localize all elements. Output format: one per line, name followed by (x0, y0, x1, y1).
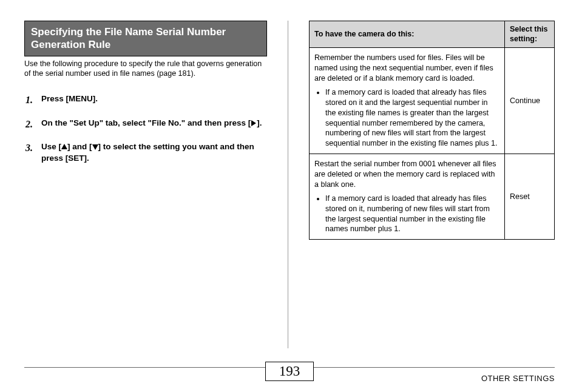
table-header-action: To have the camera do this: (310, 21, 505, 48)
step-3: 3. Use [] and [] to select the setting y… (25, 141, 267, 163)
right-triangle-icon (251, 120, 257, 126)
table-header-setting: Select this setting: (505, 21, 555, 48)
table-header-row: To have the camera do this: Select this … (310, 21, 555, 48)
svg-marker-1 (61, 144, 67, 149)
footer-section-label: OTHER SETTINGS (481, 374, 555, 383)
step-number: 1. (25, 93, 36, 107)
step-text-part: Use [ (41, 142, 61, 151)
cell-setting: Reset (505, 154, 555, 240)
footer-content: 193 OTHER SETTINGS (24, 370, 555, 381)
column-divider (288, 21, 288, 348)
page-number: 193 (265, 362, 314, 381)
cell-para: Restart the serial number from 0001 when… (314, 160, 496, 189)
step-text: Use [] and [] to select the setting you … (41, 141, 267, 163)
step-text: Press [MENU]. (41, 93, 98, 107)
left-column: Specifying the File Name Serial Number G… (24, 21, 267, 348)
content-columns: Specifying the File Name Serial Number G… (24, 21, 555, 348)
step-1: 1. Press [MENU]. (25, 93, 267, 107)
cell-setting: Continue (505, 48, 555, 154)
step-text: On the "Set Up" tab, select "File No." a… (41, 118, 262, 131)
right-column: To have the camera do this: Select this … (309, 21, 555, 348)
cell-bullet-list: If a memory card is loaded that already … (314, 87, 499, 149)
step-number: 2. (25, 118, 36, 131)
table-row: Restart the serial number from 0001 when… (310, 154, 555, 240)
steps-list: 1. Press [MENU]. 2. On the "Set Up" tab,… (24, 93, 267, 164)
cell-bullet-list: If a memory card is loaded that already … (314, 194, 499, 235)
down-triangle-icon (92, 144, 98, 150)
svg-marker-0 (251, 120, 256, 126)
section-heading: Specifying the File Name Serial Number G… (24, 21, 267, 56)
intro-text: Use the following procedure to specify t… (24, 59, 267, 79)
cell-para: Remember the numbers used for files. Fil… (314, 53, 493, 83)
cell-bullet: If a memory card is loaded that already … (325, 87, 499, 149)
settings-table: To have the camera do this: Select this … (309, 21, 555, 240)
table-row: Remember the numbers used for files. Fil… (310, 48, 555, 154)
step-text-part: ] and [ (67, 142, 92, 151)
step-number: 3. (25, 141, 36, 163)
cell-bullet: If a memory card is loaded that already … (325, 194, 499, 235)
step-2: 2. On the "Set Up" tab, select "File No.… (25, 118, 267, 131)
manual-page: Specifying the File Name Serial Number G… (0, 0, 579, 392)
cell-description: Restart the serial number from 0001 when… (310, 154, 505, 240)
svg-marker-2 (92, 144, 98, 150)
step-text-part: ]. (257, 118, 262, 127)
cell-description: Remember the numbers used for files. Fil… (310, 48, 505, 154)
step-text-part: On the "Set Up" tab, select "File No." a… (41, 118, 251, 127)
page-footer: 193 OTHER SETTINGS (24, 367, 555, 381)
up-triangle-icon (61, 144, 67, 150)
